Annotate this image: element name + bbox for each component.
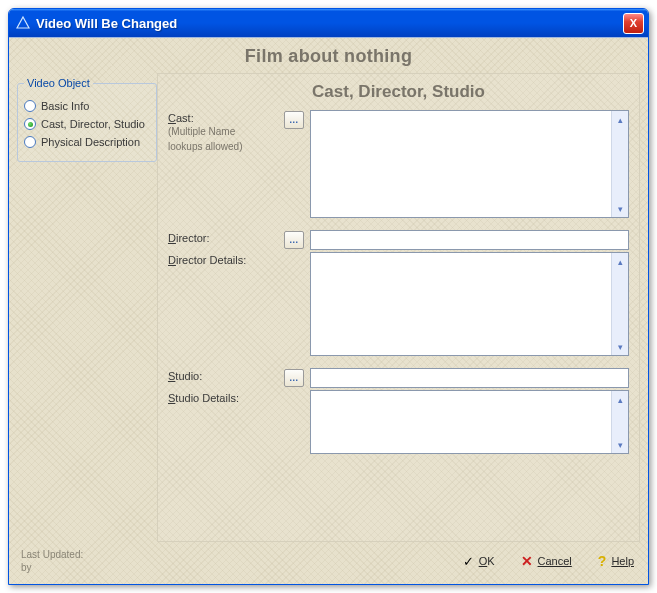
cancel-label: Cancel: [538, 555, 572, 567]
director-label: Director:: [168, 230, 278, 244]
video-object-group: Video Object Basic Info Cast, Director, …: [17, 77, 157, 162]
check-icon: ✓: [463, 554, 474, 569]
window-title: Video Will Be Changed: [36, 16, 623, 31]
studio-details-textarea[interactable]: ▴ ▾: [310, 390, 629, 454]
radio-label: Basic Info: [41, 100, 89, 112]
cast-sublabel2: lookups allowed): [168, 139, 278, 154]
titlebar[interactable]: Video Will Be Changed X: [9, 9, 648, 37]
footer: Last Updated: by ✓ OK ✕ Cancel ? Help: [9, 542, 648, 584]
studio-details-scrollbar[interactable]: ▴ ▾: [611, 391, 628, 453]
content-area: Video Object Basic Info Cast, Director, …: [9, 73, 648, 542]
radio-basic-info[interactable]: Basic Info: [24, 97, 150, 115]
last-updated-block: Last Updated: by: [21, 548, 161, 574]
radio-label: Physical Description: [41, 136, 140, 148]
scroll-down-icon[interactable]: ▾: [614, 438, 627, 451]
studio-label: Studio:: [168, 368, 278, 382]
scroll-up-icon[interactable]: ▴: [614, 393, 627, 406]
scroll-down-icon[interactable]: ▾: [614, 202, 627, 215]
cast-scrollbar[interactable]: ▴ ▾: [611, 111, 628, 217]
scroll-down-icon[interactable]: ▾: [614, 340, 627, 353]
radio-physical-description[interactable]: Physical Description: [24, 133, 150, 151]
close-icon: X: [630, 17, 637, 29]
ok-button[interactable]: ✓ OK: [463, 554, 495, 569]
studio-details-row: Studio Details: ▴ ▾: [168, 390, 629, 454]
scroll-up-icon[interactable]: ▴: [614, 255, 627, 268]
director-lookup-button[interactable]: ...: [284, 231, 304, 249]
director-details-label: Director Details:: [168, 252, 278, 266]
director-details-scrollbar[interactable]: ▴ ▾: [611, 253, 628, 355]
cast-sublabel1: (Multiple Name: [168, 124, 278, 139]
radio-icon: [24, 118, 36, 130]
radio-label: Cast, Director, Studio: [41, 118, 145, 130]
radio-icon: [24, 100, 36, 112]
studio-details-inner[interactable]: [311, 391, 611, 453]
last-updated-by-label: by: [21, 561, 161, 574]
cast-label-col: Cast: (Multiple Name lookups allowed): [168, 110, 278, 153]
video-object-legend: Video Object: [24, 77, 93, 89]
cast-row: Cast: (Multiple Name lookups allowed) ..…: [168, 110, 629, 218]
cast-label: Cast:: [168, 112, 278, 124]
app-icon: [15, 15, 31, 31]
director-details-textarea[interactable]: ▴ ▾: [310, 252, 629, 356]
dialog-window: Video Will Be Changed X Film about nothi…: [8, 8, 649, 585]
studio-input[interactable]: [310, 368, 629, 388]
dialog-body: Film about nothing Video Object Basic In…: [9, 37, 648, 584]
studio-lookup-button[interactable]: ...: [284, 369, 304, 387]
help-icon: ?: [598, 553, 607, 569]
director-details-inner[interactable]: [311, 253, 611, 355]
cast-textarea[interactable]: ▴ ▾: [310, 110, 629, 218]
cancel-button[interactable]: ✕ Cancel: [521, 553, 572, 569]
ok-label: OK: [479, 555, 495, 567]
scroll-up-icon[interactable]: ▴: [614, 113, 627, 126]
help-button[interactable]: ? Help: [598, 553, 634, 569]
cast-textarea-inner[interactable]: [311, 111, 611, 217]
studio-row: Studio: ...: [168, 368, 629, 388]
close-button[interactable]: X: [623, 13, 644, 34]
help-label: Help: [611, 555, 634, 567]
director-row: Director: ...: [168, 230, 629, 250]
page-title: Film about nothing: [9, 38, 648, 73]
director-details-row: Director Details: ▴ ▾: [168, 252, 629, 356]
radio-icon: [24, 136, 36, 148]
sidebar: Video Object Basic Info Cast, Director, …: [17, 73, 157, 542]
button-bar: ✓ OK ✕ Cancel ? Help: [463, 553, 634, 569]
cast-lookup-button[interactable]: ...: [284, 111, 304, 129]
main-panel: Cast, Director, Studio Cast: (Multiple N…: [157, 73, 640, 542]
last-updated-label: Last Updated:: [21, 548, 161, 561]
panel-title: Cast, Director, Studio: [168, 80, 629, 110]
studio-details-label: Studio Details:: [168, 390, 278, 404]
radio-cast-director-studio[interactable]: Cast, Director, Studio: [24, 115, 150, 133]
cancel-icon: ✕: [521, 553, 533, 569]
director-input[interactable]: [310, 230, 629, 250]
